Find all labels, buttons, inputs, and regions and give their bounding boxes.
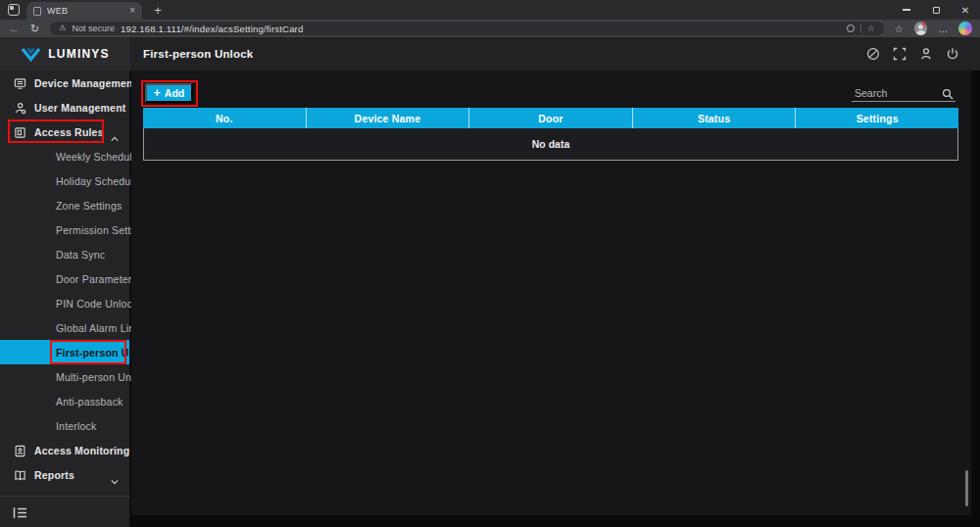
- add-button[interactable]: + Add: [145, 83, 193, 103]
- refresh-icon[interactable]: ↻: [30, 23, 39, 35]
- browser-tab-strip: WEB × + ✕: [0, 0, 980, 20]
- sidebar-item-access-rules[interactable]: Access Rules: [0, 120, 129, 144]
- user-icon: [14, 101, 26, 114]
- column-header-settings: Settings: [796, 108, 958, 128]
- chevron-up-icon: [111, 128, 119, 136]
- sidebar-item-device-management[interactable]: Device Management: [0, 71, 129, 95]
- sidebar: Device ManagementUser ManagementAccess R…: [0, 71, 130, 527]
- profile-avatar[interactable]: [914, 22, 928, 35]
- sidebar-item-label: Reports: [34, 469, 74, 481]
- sidebar-item-label: Device Management: [34, 77, 136, 89]
- maximize-button[interactable]: [921, 0, 951, 20]
- sidebar-item-first-person-unlock[interactable]: First-person Unlock: [0, 340, 129, 364]
- window-controls: ✕: [892, 0, 980, 20]
- minimize-button[interactable]: [892, 0, 921, 20]
- sidebar-item-access-monitoring[interactable]: Access Monitoring: [0, 438, 129, 462]
- maximize-icon: [933, 7, 940, 14]
- sidebar-item-label: User Management: [34, 102, 125, 114]
- sidebar-item-label: Weekly Schedule: [56, 151, 138, 163]
- sidebar-item-global-alarm-linkage[interactable]: Global Alarm Linkage: [0, 315, 129, 340]
- address-bar[interactable]: ⚠ Not secure 192.168.1.111/#/index/acsSe…: [50, 22, 884, 35]
- column-header-status: Status: [633, 108, 797, 128]
- column-header-no: No.: [143, 108, 307, 128]
- close-icon: ✕: [961, 5, 969, 16]
- user-account-icon[interactable]: [919, 47, 933, 61]
- sidebar-item-label: Access Rules: [34, 126, 104, 138]
- sidebar-item-label: PIN Code Unlock: [56, 298, 138, 310]
- power-icon[interactable]: [946, 47, 959, 61]
- reader-icon[interactable]: [847, 24, 855, 32]
- minimize-icon: [903, 9, 910, 10]
- sidebar-item-interlock[interactable]: Interlock: [0, 413, 129, 438]
- sidebar-item-reports[interactable]: Reports: [0, 462, 129, 487]
- bookmark-star-icon[interactable]: ☆: [867, 24, 875, 33]
- chevron-down-icon: [111, 471, 119, 479]
- more-menu-icon[interactable]: …: [938, 24, 948, 34]
- sidebar-item-weekly-schedule[interactable]: Weekly Schedule: [0, 144, 129, 168]
- tab-actions-icon[interactable]: [8, 4, 20, 16]
- tab-close-icon[interactable]: ×: [129, 6, 135, 16]
- sidebar-item-label: Anti-passback: [56, 396, 123, 407]
- sidebar-item-label: Door Parameters: [56, 273, 137, 285]
- column-header-door: Door: [469, 108, 633, 128]
- security-label: Not secure: [72, 24, 115, 33]
- tab-favicon-icon: [33, 7, 41, 16]
- tab-title: WEB: [47, 6, 123, 16]
- data-table: No.Device NameDoorStatusSettings No data: [143, 108, 958, 161]
- scrollbar-thumb[interactable]: [965, 470, 968, 506]
- copilot-icon[interactable]: [958, 22, 972, 35]
- sidebar-footer: [0, 496, 130, 527]
- monitoring-icon: [14, 444, 26, 456]
- sidebar-item-label: Access Monitoring: [34, 445, 129, 456]
- sidebar-item-anti-passback[interactable]: Anti-passback: [0, 389, 129, 413]
- sidebar-item-holiday-schedule[interactable]: Holiday Schedule: [0, 168, 129, 193]
- header-icons: [866, 37, 959, 71]
- plus-icon: +: [154, 87, 161, 99]
- column-header-device-name: Device Name: [307, 108, 470, 128]
- app-header: LUMINYS First-person Unlock: [0, 37, 980, 71]
- main-content: + Add No.Device NameDoorStatusSettings N…: [131, 71, 971, 515]
- browser-tab[interactable]: WEB ×: [26, 2, 142, 20]
- access-icon: [14, 125, 26, 138]
- not-secure-warning-icon: ⚠: [59, 24, 66, 32]
- sidebar-item-multi-person-unlock[interactable]: Multi-person Unlock: [0, 364, 129, 389]
- sidebar-item-label: Data Sync: [56, 249, 105, 261]
- sidebar-item-zone-settings[interactable]: Zone Settings: [0, 193, 129, 217]
- sidebar-item-data-sync[interactable]: Data Sync: [0, 242, 129, 266]
- new-tab-button[interactable]: +: [149, 1, 167, 19]
- back-icon[interactable]: ←: [9, 23, 20, 34]
- theme-icon[interactable]: [866, 47, 880, 61]
- luminys-logo-icon: [21, 47, 41, 62]
- page-title: First-person Unlock: [143, 37, 253, 71]
- no-data-label: No data: [532, 138, 570, 150]
- search-input[interactable]: [852, 85, 956, 103]
- brand-name: LUMINYS: [48, 47, 109, 61]
- sidebar-item-pin-code-unlock[interactable]: PIN Code Unlock: [0, 291, 129, 315]
- fullscreen-icon[interactable]: [893, 47, 906, 61]
- sidebar-item-label: Interlock: [56, 420, 96, 432]
- url-text: 192.168.1.111/#/index/acsSetting/firstCa…: [121, 24, 841, 34]
- reports-icon: [14, 468, 26, 481]
- sidebar-item-label: Zone Settings: [56, 200, 122, 212]
- device-icon: [14, 76, 26, 89]
- table-empty-row: No data: [143, 128, 958, 161]
- table-header-row: No.Device NameDoorStatusSettings: [143, 108, 958, 128]
- sidebar-menu: Device ManagementUser ManagementAccess R…: [0, 71, 129, 487]
- close-window-button[interactable]: ✕: [951, 0, 980, 20]
- brand-logo-area: LUMINYS: [0, 37, 130, 71]
- search-icon[interactable]: [942, 86, 954, 98]
- collapse-menu-icon[interactable]: [13, 505, 27, 518]
- favorites-bar-icon[interactable]: ☆: [895, 24, 904, 34]
- sidebar-item-label: Holiday Schedule: [56, 175, 139, 187]
- sidebar-item-permission-settings[interactable]: Permission Settings: [0, 217, 129, 242]
- browser-url-bar: ← ↻ ⚠ Not secure 192.168.1.111/#/index/a…: [0, 20, 980, 37]
- sidebar-item-user-management[interactable]: User Management: [0, 95, 129, 120]
- search-field: [852, 83, 956, 102]
- sidebar-item-door-parameters[interactable]: Door Parameters: [0, 266, 129, 291]
- divider: [860, 24, 861, 33]
- notification-badge: [922, 22, 927, 26]
